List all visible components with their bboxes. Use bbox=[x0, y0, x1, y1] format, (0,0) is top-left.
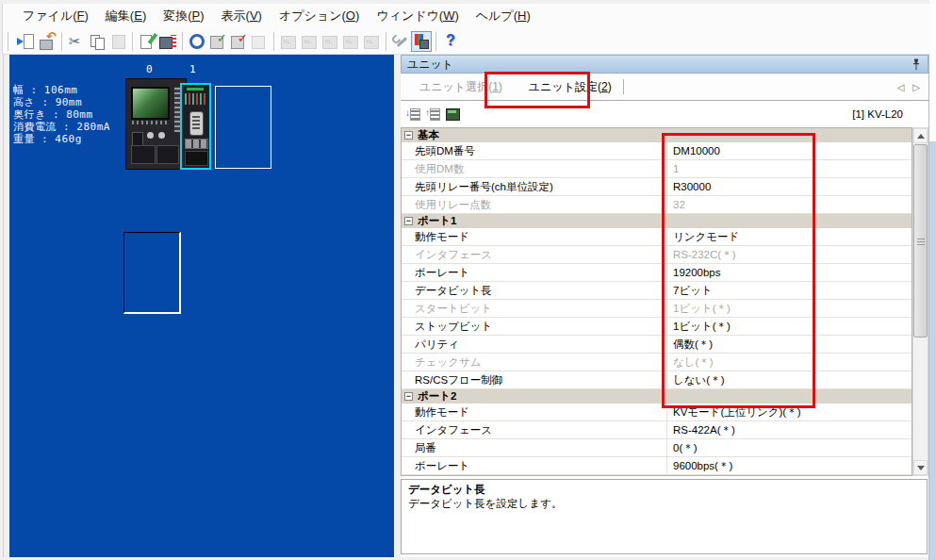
scroll-down-button[interactable] bbox=[913, 460, 928, 475]
transfer-device-icon[interactable] bbox=[38, 32, 57, 51]
panel-title-text: ユニット bbox=[407, 57, 453, 73]
help-icon[interactable] bbox=[441, 32, 460, 51]
settings-table: −基本先頭DM番号DM10000使用DM数1先頭リレー番号(ch単位設定)R30… bbox=[401, 127, 912, 476]
collapse-all-icon[interactable] bbox=[425, 107, 441, 122]
dmrly-check-green-icon[interactable] bbox=[208, 32, 227, 51]
setting-value[interactable]: 1 bbox=[667, 160, 911, 177]
setting-label[interactable]: 先頭リレー番号(ch単位設定) bbox=[402, 178, 667, 195]
setting-value[interactable]: RS-422A(＊) bbox=[667, 421, 911, 438]
setting-label[interactable]: ストップビット bbox=[402, 318, 667, 335]
settings-scrollbar[interactable] bbox=[912, 127, 928, 476]
setting-label[interactable]: 局番 bbox=[402, 439, 667, 456]
settings-group-header[interactable]: −ポート1 bbox=[402, 214, 911, 228]
setting-value[interactable]: R30000 bbox=[667, 178, 911, 195]
setting-label[interactable]: 動作モード bbox=[402, 404, 667, 420]
collapse-icon[interactable]: − bbox=[404, 392, 413, 401]
setting-label[interactable]: インタフェース bbox=[402, 421, 667, 438]
setting-label[interactable]: RS/CSフロー制御 bbox=[402, 371, 667, 388]
tab-unit-settings[interactable]: ユニット設定(2) bbox=[517, 74, 623, 100]
dmrly-check-red-icon[interactable] bbox=[229, 32, 248, 51]
setting-value[interactable]: DM10000 bbox=[667, 142, 911, 159]
unit-editor-icon[interactable] bbox=[412, 32, 431, 51]
scroll-up-icon bbox=[917, 130, 925, 139]
unit-layout-canvas[interactable]: 幅 : 106mm 高さ : 90mm 奥行き : 80mm 消費電流 : 28… bbox=[9, 55, 394, 557]
cut-icon[interactable] bbox=[67, 32, 86, 51]
menu-item-5[interactable]: ウィンドウ(W) bbox=[368, 5, 467, 27]
setting-label[interactable]: 使用リレー点数 bbox=[402, 196, 667, 213]
empty-slot-outline-below[interactable] bbox=[123, 232, 181, 314]
setting-value[interactable]: 0(＊) bbox=[667, 439, 911, 456]
device-flash-icon[interactable] bbox=[158, 32, 177, 51]
setting-label[interactable]: チェックサム bbox=[402, 354, 667, 371]
setting-label[interactable]: パリティ bbox=[402, 336, 667, 353]
setting-label[interactable]: スタートビット bbox=[402, 300, 667, 317]
write-unit-icon[interactable] bbox=[445, 107, 461, 122]
setting-row[interactable]: 使用DM数1 bbox=[402, 160, 911, 178]
dmrly-sync-icon[interactable] bbox=[188, 32, 206, 51]
unit-lower-block bbox=[185, 151, 208, 166]
setting-label[interactable]: データビット長 bbox=[402, 282, 667, 299]
tab-scroll-arrows[interactable]: ◁ ▷ bbox=[897, 82, 923, 92]
scroll-thumb[interactable] bbox=[913, 144, 928, 338]
setting-row[interactable]: ストップビット1ビット(＊) bbox=[402, 318, 911, 336]
setting-label[interactable]: 先頭DM番号 bbox=[402, 142, 667, 159]
setting-value[interactable]: 32 bbox=[667, 196, 911, 213]
empty-slot-outline-right[interactable] bbox=[215, 86, 271, 169]
setting-label[interactable]: ボーレート bbox=[402, 457, 667, 474]
setting-row[interactable]: スタートビット1ビット(＊) bbox=[402, 300, 911, 318]
menu-item-1[interactable]: 編集(E) bbox=[97, 5, 155, 27]
edit-doc-icon[interactable] bbox=[138, 32, 156, 51]
settings-group-header[interactable]: −ポート2 bbox=[402, 389, 911, 404]
setting-row[interactable]: インタフェースRS-422A(＊) bbox=[402, 421, 911, 439]
setting-row[interactable]: データビット長7ビット bbox=[402, 282, 911, 300]
setting-value[interactable]: しない(＊) bbox=[667, 371, 911, 388]
toolbar-separator bbox=[273, 32, 274, 51]
setting-row[interactable]: パリティ偶数(＊) bbox=[402, 336, 911, 354]
setting-label[interactable]: 動作モード bbox=[402, 228, 667, 245]
setting-row[interactable]: 使用リレー点数32 bbox=[402, 196, 911, 214]
collapse-icon[interactable]: − bbox=[404, 217, 413, 225]
setting-value[interactable]: 19200bps bbox=[667, 264, 911, 281]
setting-label[interactable]: インタフェース bbox=[402, 246, 667, 263]
setting-value[interactable]: 1ビット(＊) bbox=[667, 300, 911, 317]
setting-row[interactable]: 先頭リレー番号(ch単位設定)R30000 bbox=[402, 178, 911, 196]
setting-description-title: データビット長 bbox=[408, 483, 920, 497]
setting-value[interactable]: リンクモード bbox=[667, 228, 911, 245]
settings-group-header[interactable]: −基本 bbox=[402, 128, 911, 142]
setting-row[interactable]: ボーレート9600bps(＊) bbox=[402, 457, 911, 475]
setting-value[interactable]: 9600bps(＊) bbox=[667, 457, 911, 474]
pin-icon[interactable] bbox=[911, 58, 922, 71]
menu-item-6[interactable]: ヘルプ(H) bbox=[468, 5, 539, 27]
setting-row[interactable]: 先頭DM番号DM10000 bbox=[402, 142, 911, 160]
menu-item-2[interactable]: 変換(P) bbox=[155, 5, 212, 27]
expand-all-icon[interactable] bbox=[405, 107, 421, 122]
kv-l20-unit-image-selected[interactable] bbox=[180, 83, 211, 170]
collapse-icon[interactable]: − bbox=[404, 131, 413, 140]
setting-value[interactable]: RS-232C(＊) bbox=[667, 246, 911, 263]
menu-item-0[interactable]: ファイル(F) bbox=[14, 5, 97, 27]
setting-value[interactable]: なし(＊) bbox=[667, 354, 911, 371]
setting-row[interactable]: 局番0(＊) bbox=[402, 439, 911, 457]
tab-unit-select[interactable]: ユニット選択(1) bbox=[408, 74, 514, 100]
setting-label[interactable]: ボーレート bbox=[402, 264, 667, 281]
menu-bar: ファイル(F)編集(E)変換(P)表示(V)オプション(O)ウィンドウ(W)ヘル… bbox=[2, 4, 934, 28]
setting-row[interactable]: 動作モードKVモード(上位リンク)(＊) bbox=[402, 404, 911, 421]
setting-row[interactable]: RS/CSフロー制御しない(＊) bbox=[402, 371, 911, 389]
cpu-unit-image[interactable] bbox=[125, 78, 187, 170]
setting-row[interactable]: チェックサムなし(＊) bbox=[402, 354, 911, 371]
setting-row[interactable]: ボーレート19200bps bbox=[402, 264, 911, 282]
setting-value[interactable]: 偶数(＊) bbox=[667, 336, 911, 353]
import-project-icon[interactable] bbox=[17, 32, 36, 51]
setting-row[interactable]: 動作モードリンクモード bbox=[402, 228, 911, 246]
menu-item-3[interactable]: 表示(V) bbox=[213, 5, 271, 27]
setting-value[interactable]: KVモード(上位リンク)(＊) bbox=[667, 404, 911, 420]
wrench-icon[interactable] bbox=[391, 32, 410, 51]
setting-row[interactable]: インタフェースRS-232C(＊) bbox=[402, 246, 911, 264]
copy-icon[interactable] bbox=[88, 32, 107, 51]
toolbar-grip[interactable] bbox=[8, 32, 11, 51]
setting-value[interactable]: 7ビット bbox=[667, 282, 911, 299]
menu-item-4[interactable]: オプション(O) bbox=[271, 5, 368, 27]
setting-value[interactable]: 1ビット(＊) bbox=[667, 318, 911, 335]
setting-label[interactable]: 使用DM数 bbox=[402, 160, 667, 177]
scroll-up-button[interactable] bbox=[913, 128, 928, 143]
